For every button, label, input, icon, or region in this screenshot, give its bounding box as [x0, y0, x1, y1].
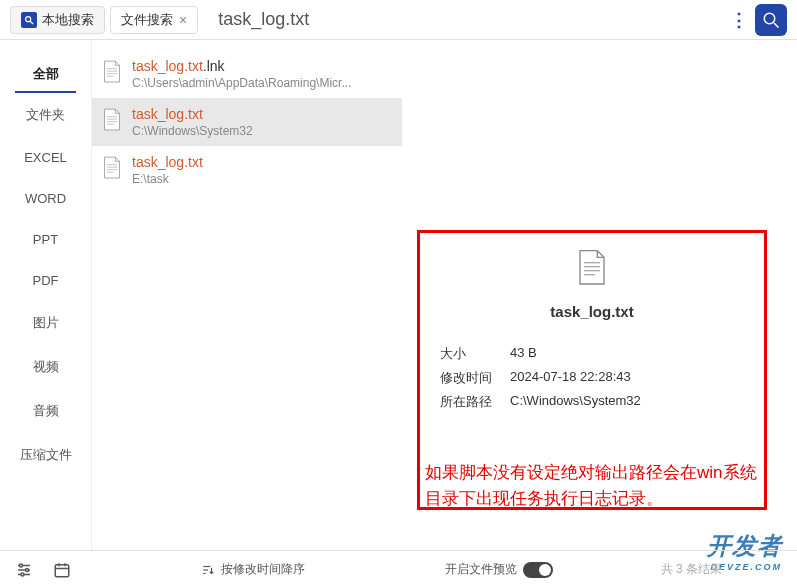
file-path: E:\task — [132, 172, 203, 186]
calendar-icon[interactable] — [53, 561, 71, 579]
file-icon — [102, 156, 122, 180]
svg-point-25 — [21, 573, 24, 576]
search-icon — [21, 12, 37, 28]
header-bar: 本地搜索 文件搜索 × task_log.txt ⋮ — [0, 0, 797, 40]
tab-label: 文件搜索 — [121, 11, 173, 29]
footer-bar: 按修改时间降序 开启文件预览 共 3 条结果 — [0, 550, 797, 588]
mtime-value: 2024-07-18 22:28:43 — [510, 369, 631, 387]
path-value: C:\Windows\System32 — [510, 393, 641, 411]
file-name: task_log.txt — [132, 58, 203, 74]
svg-line-3 — [774, 23, 779, 28]
sidebar-item-image[interactable]: 图片 — [0, 301, 91, 345]
preview-toggle[interactable]: 开启文件预览 — [445, 561, 553, 578]
sidebar-item-pdf[interactable]: PDF — [0, 260, 91, 301]
search-button[interactable] — [755, 4, 787, 36]
mtime-label: 修改时间 — [440, 369, 510, 387]
tab-label: 本地搜索 — [42, 11, 94, 29]
preview-filename: task_log.txt — [440, 303, 744, 320]
result-item[interactable]: task_log.txt.lnk C:\Users\admin\AppData\… — [92, 50, 402, 98]
toggle-switch[interactable] — [523, 562, 553, 578]
tab-file-search[interactable]: 文件搜索 × — [110, 6, 198, 34]
svg-rect-26 — [55, 564, 69, 576]
results-list: task_log.txt.lnk C:\Users\admin\AppData\… — [92, 40, 402, 550]
tab-local-search[interactable]: 本地搜索 — [10, 6, 105, 34]
sort-button[interactable]: 按修改时间降序 — [201, 561, 305, 578]
sidebar-item-video[interactable]: 视频 — [0, 345, 91, 389]
sort-icon — [201, 563, 215, 577]
more-icon[interactable]: ⋮ — [729, 9, 749, 31]
svg-point-23 — [20, 564, 23, 567]
result-item[interactable]: task_log.txt C:\Windows\System32 — [92, 98, 402, 146]
file-ext: .lnk — [203, 58, 225, 74]
settings-icon[interactable] — [15, 561, 33, 579]
file-path: C:\Windows\System32 — [132, 124, 253, 138]
size-label: 大小 — [440, 345, 510, 363]
file-path: C:\Users\admin\AppData\Roaming\Micr... — [132, 76, 351, 90]
file-name: task_log.txt — [132, 106, 203, 122]
sidebar-item-archive[interactable]: 压缩文件 — [0, 433, 91, 477]
file-icon — [102, 108, 122, 132]
annotation-text: 如果脚本没有设定绝对输出路径会在win系统目录下出现任务执行日志记录。 — [425, 460, 767, 511]
sidebar: 全部 文件夹 EXCEL WORD PPT PDF 图片 视频 音频 压缩文件 — [0, 40, 92, 550]
sidebar-item-audio[interactable]: 音频 — [0, 389, 91, 433]
svg-point-24 — [26, 568, 29, 571]
file-icon — [102, 60, 122, 84]
result-count: 共 3 条结果 — [661, 561, 782, 578]
file-name: task_log.txt — [132, 154, 203, 170]
sort-label: 按修改时间降序 — [221, 561, 305, 578]
sidebar-item-all[interactable]: 全部 — [15, 52, 76, 93]
close-icon[interactable]: × — [179, 12, 187, 28]
sidebar-item-folder[interactable]: 文件夹 — [0, 93, 91, 137]
path-label: 所在路径 — [440, 393, 510, 411]
result-item[interactable]: task_log.txt E:\task — [92, 146, 402, 194]
svg-point-0 — [26, 16, 31, 21]
file-icon — [440, 248, 744, 291]
svg-point-2 — [764, 13, 775, 24]
sidebar-item-ppt[interactable]: PPT — [0, 219, 91, 260]
size-value: 43 B — [510, 345, 537, 363]
page-title: task_log.txt — [218, 9, 309, 30]
sidebar-item-excel[interactable]: EXCEL — [0, 137, 91, 178]
toggle-label: 开启文件预览 — [445, 561, 517, 578]
svg-line-1 — [30, 21, 33, 24]
sidebar-item-word[interactable]: WORD — [0, 178, 91, 219]
